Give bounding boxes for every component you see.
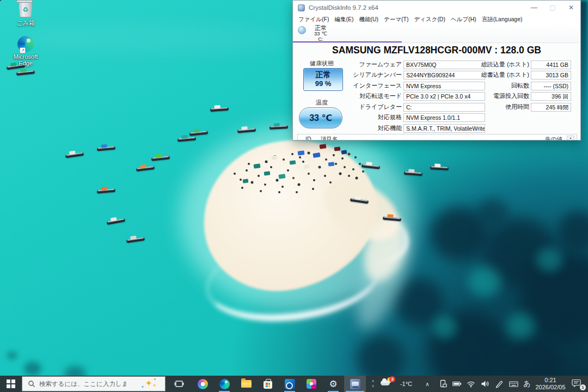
- search-icon: [28, 380, 35, 388]
- smart-table-header: ID 項目名 生の値 ▲▼: [297, 134, 577, 140]
- taskbar-app-settings[interactable]: ⚙: [322, 376, 344, 392]
- microsoft-store-icon: [264, 381, 272, 389]
- desktop-icon-label: ごみ箱: [7, 20, 45, 26]
- temperature-label: 温度: [298, 99, 345, 107]
- crystaldiskinfo-window: CrystalDiskInfo 9.7.2 x64 — ▢ ✕ ファイル(F) …: [292, 0, 581, 140]
- taskbar: ✦✦✦ ⚙ ∧∨ 3 -1°C ∧: [0, 376, 588, 392]
- menu-language[interactable]: 言語(Language): [479, 16, 525, 23]
- hidden-icons-chevron[interactable]: ∧: [420, 376, 434, 392]
- temperature-indicator[interactable]: 33 ℃: [299, 107, 342, 128]
- field-label: 総書込量 (ホスト): [464, 71, 529, 79]
- search-input[interactable]: [39, 381, 126, 387]
- drive-status-icon: [298, 26, 306, 34]
- taskbar-app-microsoft-store[interactable]: [257, 376, 279, 392]
- field-label: ファームウェア: [343, 60, 402, 69]
- clock-date: 2026/02/05: [532, 384, 568, 391]
- desktop-icon-microsoft-edge[interactable]: ↗ Microsoft Edge: [7, 36, 45, 66]
- field-label: 回転数: [464, 82, 529, 90]
- windows-ink-pen-icon[interactable]: [492, 376, 506, 392]
- window-title: CrystalDiskInfo 9.7.2 x64: [309, 4, 378, 11]
- weather-temperature[interactable]: -1°C: [397, 376, 415, 392]
- field-label: 対応機能: [343, 124, 402, 132]
- edge-icon: [219, 379, 230, 389]
- menu-theme[interactable]: テーマ(T): [381, 16, 411, 23]
- drive-tab-strip: 正常 33 ℃ C:: [293, 24, 580, 43]
- cloud-icon: [381, 381, 390, 385]
- ime-mode-indicator[interactable]: あ: [520, 376, 534, 392]
- taskbar-scroll-chevrons[interactable]: ∧∨: [369, 376, 377, 392]
- action-center-button[interactable]: 1: [569, 376, 587, 392]
- app-icon: [298, 4, 305, 11]
- wifi-icon[interactable]: [464, 376, 478, 392]
- menu-file[interactable]: ファイル(F): [296, 16, 332, 23]
- taskbar-app-file-explorer[interactable]: [235, 376, 257, 392]
- field-label: ドライブレター: [343, 103, 402, 111]
- task-view-icon: [174, 379, 184, 388]
- crystaldiskinfo-icon: [350, 379, 360, 389]
- field-value[interactable]: 4411 GB: [531, 60, 571, 69]
- taskbar-app-outlook[interactable]: [279, 376, 301, 392]
- windows-logo-icon: [7, 379, 15, 388]
- field-label: 使用時間: [464, 103, 529, 111]
- raw-value-spinner[interactable]: ▲▼: [567, 136, 574, 140]
- photos-icon: [307, 379, 316, 389]
- smart-col-raw: 生の値: [545, 136, 562, 140]
- taskbar-clock[interactable]: 0:21 2026/02/05: [532, 377, 568, 391]
- notification-count-badge: 1: [580, 384, 586, 390]
- field-value[interactable]: NVM Express 1.0/1.1: [403, 113, 485, 122]
- field-value[interactable]: S.M.A.R.T., TRIM, VolatileWriteCache: [403, 124, 485, 133]
- island-crowd: [0, 0, 1, 1]
- minimize-button[interactable]: —: [525, 1, 543, 15]
- copilot-icon: [198, 379, 208, 389]
- menu-help[interactable]: ヘルプ(H): [448, 16, 479, 23]
- field-label: インターフェース: [343, 82, 402, 90]
- weather-alert-badge: 3: [389, 376, 395, 382]
- touch-keyboard-icon[interactable]: [506, 376, 520, 392]
- desktop-icon-label: Microsoft Edge: [7, 53, 45, 66]
- taskbar-app-photos[interactable]: [301, 376, 322, 392]
- tray-device-icon[interactable]: [436, 376, 450, 392]
- disk-model-title: SAMSUNG MZFLV128HCGR-000MV : 128.0 GB: [293, 45, 580, 56]
- shortcut-arrow-icon: ↗: [20, 47, 26, 53]
- drive-tab-c[interactable]: 正常 33 ℃ C:: [293, 24, 402, 43]
- menu-disk[interactable]: ディスク(D): [411, 16, 448, 23]
- maximize-button[interactable]: ▢: [543, 1, 562, 15]
- outlook-icon: [285, 379, 295, 389]
- weather-widget[interactable]: 3: [380, 377, 396, 391]
- start-button[interactable]: [0, 376, 22, 392]
- temperature-value: 33 ℃: [299, 108, 342, 128]
- settings-gear-icon: ⚙: [329, 379, 337, 389]
- search-highlights-sparkle-icon[interactable]: ✦✦✦: [138, 378, 160, 391]
- close-button[interactable]: ✕: [562, 1, 580, 15]
- smart-col-id: ID: [305, 136, 311, 140]
- field-label: 対応転送モード: [343, 92, 402, 100]
- volume-icon[interactable]: [478, 376, 492, 392]
- desktop-icon-recycle-bin[interactable]: ♻ ごみ箱: [7, 2, 45, 26]
- health-status: 正常: [304, 70, 342, 79]
- taskbar-app-edge[interactable]: [213, 376, 235, 392]
- active-tab-indicator: [293, 41, 402, 42]
- field-label: シリアルナンバー: [343, 71, 402, 79]
- file-explorer-icon: [241, 380, 252, 388]
- field-label: 対応規格: [343, 113, 402, 121]
- taskbar-search[interactable]: ✦✦✦: [22, 376, 166, 391]
- taskbar-app-crystaldiskinfo[interactable]: [344, 376, 366, 392]
- clock-time: 0:21: [532, 377, 568, 384]
- field-value[interactable]: 3013 GB: [531, 71, 571, 79]
- taskbar-apps: ⚙: [192, 376, 366, 392]
- field-value[interactable]: ---- (SSD): [531, 82, 571, 90]
- field-value[interactable]: 245 時間: [531, 103, 571, 112]
- menu-edit[interactable]: 編集(E): [332, 16, 356, 23]
- health-percent: 99 %: [304, 79, 342, 88]
- taskbar-app-copilot[interactable]: [192, 376, 213, 392]
- field-value[interactable]: 396 回: [531, 92, 571, 101]
- health-status-indicator[interactable]: 正常 99 %: [303, 68, 343, 91]
- battery-icon[interactable]: [450, 376, 464, 392]
- menu-function[interactable]: 機能(U): [356, 16, 381, 23]
- health-label: 健康状態: [298, 59, 345, 68]
- task-view-button[interactable]: [168, 376, 191, 392]
- title-bar[interactable]: CrystalDiskInfo 9.7.2 x64 — ▢ ✕: [293, 1, 580, 15]
- recycle-bin-icon: ♻: [17, 2, 34, 19]
- field-label: 総読込量 (ホスト): [464, 60, 529, 69]
- field-label: 電源投入回数: [464, 92, 529, 100]
